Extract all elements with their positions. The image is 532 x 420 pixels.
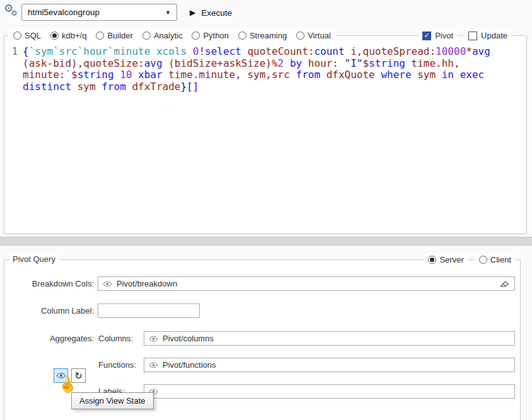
breakdown-cols-field[interactable]: Pivot/breakdown	[98, 276, 515, 291]
query-type-builder-radio[interactable]: Builder	[96, 29, 132, 42]
radio-label: kdb+/q	[62, 31, 86, 40]
gears-icon[interactable]: ⚙ ⚙	[4, 3, 21, 22]
pivot-columns-field[interactable]: Pivot/columns	[144, 331, 515, 346]
code-token: {	[23, 45, 29, 57]
query-type-python-radio[interactable]: Python	[192, 29, 228, 42]
connection-group-select[interactable]: html5evalcongroup ▼	[21, 4, 177, 21]
code-token: avg	[144, 57, 163, 69]
code-token: dfxTrade	[126, 81, 181, 93]
pivot-query-panel: Pivot Query ServerClient Breakdown Cols:…	[4, 259, 521, 420]
code-token: string	[369, 57, 405, 69]
code-token	[454, 69, 460, 81]
code-token: }[]	[180, 81, 199, 93]
column-label-input[interactable]	[98, 304, 200, 318]
radio-label: Client	[490, 255, 511, 264]
code-token: `sym`src`hour`minute	[29, 45, 151, 57]
code-token: in	[442, 69, 454, 81]
code-token: dfxQuote	[320, 69, 381, 81]
query-type-radio-group: SQLkdb+/qBuilderAnalyticPythonStreamingV…	[8, 29, 336, 42]
code-editor[interactable]: 1 {`sym`src`hour`minute xcols 0!select q…	[5, 44, 526, 233]
radio-circle-icon	[96, 31, 104, 40]
radio-label: Analytic	[154, 31, 183, 40]
checkbox-icon	[468, 31, 477, 40]
query-type-legend-row: SQLkdb+/qBuilderAnalyticPythonStreamingV…	[8, 29, 523, 42]
eye-icon	[149, 336, 158, 342]
code-token: 10	[120, 69, 132, 81]
code-token: "I"	[345, 57, 363, 69]
code-token: exec	[460, 69, 485, 81]
query-type-kdb-q-radio[interactable]: kdb+/q	[50, 29, 86, 42]
query-type-virtual-radio[interactable]: Virtual	[296, 29, 331, 42]
query-type-analytic-radio[interactable]: Analytic	[142, 29, 183, 42]
section-splitter[interactable]	[0, 237, 532, 246]
functions-label: Functions:	[98, 360, 136, 370]
code-token: 10000	[436, 45, 466, 57]
radio-label: Virtual	[308, 31, 331, 40]
checkbox-icon: ✓	[422, 31, 431, 40]
code-token: select	[205, 45, 241, 57]
radio-label: SQL	[25, 31, 41, 40]
code-token: $	[71, 69, 78, 81]
code-token: where	[381, 69, 411, 81]
code-content: {`sym`src`hour`minute xcols 0!select quo…	[23, 44, 509, 233]
line-number-gutter: 1	[5, 44, 23, 233]
code-token: distinct	[23, 81, 71, 93]
gear-small-icon: ⚙	[11, 9, 18, 17]
pivot-mode-server-radio[interactable]: Server	[424, 253, 467, 266]
eraser-icon[interactable]	[499, 280, 510, 288]
code-token: string	[78, 69, 114, 81]
code-token: sym	[412, 69, 442, 81]
pivot-labels-field[interactable]	[144, 384, 515, 399]
caret-down-icon: ▼	[165, 9, 171, 16]
checkbox-label: Update	[481, 31, 507, 40]
query-type-sql-radio[interactable]: SQL	[13, 29, 41, 42]
code-token: from	[296, 69, 321, 81]
line-number: 1	[12, 46, 18, 57]
code-token: `	[65, 69, 71, 81]
code-token	[284, 57, 290, 69]
code-token: i,quoteSpread:	[345, 45, 436, 57]
pivot-query-legend: Pivot Query	[9, 254, 59, 264]
code-token	[187, 45, 193, 57]
code-token: by	[290, 57, 302, 69]
radio-circle-icon	[479, 256, 487, 264]
radio-circle-icon	[142, 31, 151, 40]
radio-label: Server	[439, 255, 463, 264]
pivot-mode-client-radio[interactable]: Client	[475, 253, 515, 266]
pivot-functions-field[interactable]: Pivot/functions	[144, 358, 515, 372]
query-type-streaming-radio[interactable]: Streaming	[238, 29, 287, 42]
pivot-columns-value: Pivot/columns	[163, 334, 214, 343]
code-token: 2	[278, 57, 284, 69]
execute-label: Execute	[201, 8, 232, 18]
column-label-label: Column Label:	[4, 306, 94, 316]
code-token	[114, 69, 120, 81]
connection-group-value: html5evalcongroup	[28, 8, 100, 17]
pivot-mode-radio-group: ServerClient	[424, 253, 515, 266]
option-update-checkbox[interactable]: Update	[465, 29, 511, 42]
radio-circle-icon	[192, 31, 200, 40]
radio-label: Python	[203, 31, 228, 40]
code-token: 0	[193, 45, 199, 57]
breakdown-cols-value: Pivot/breakdown	[117, 279, 177, 288]
execute-button[interactable]: ▶ Execute	[190, 5, 232, 20]
code-token: $	[362, 57, 369, 69]
aggregates-label: Aggregates:	[4, 334, 94, 344]
radio-label: Streaming	[250, 31, 287, 40]
checkbox-label: Pivot	[435, 31, 453, 40]
code-token: !	[199, 45, 205, 57]
code-token: xbar	[138, 69, 163, 81]
pivot-functions-value: Pivot/functions	[163, 360, 216, 370]
code-token: sym	[71, 81, 101, 93]
query-options-group: ✓PivotUpdate	[419, 29, 511, 42]
radio-label: Builder	[107, 31, 132, 40]
code-token: count	[314, 45, 344, 57]
radio-circle-icon	[50, 31, 59, 40]
radio-circle-icon	[13, 31, 21, 40]
option-pivot-checkbox[interactable]: ✓Pivot	[419, 29, 457, 42]
code-token	[132, 69, 138, 81]
refresh-icon: ↻	[74, 370, 83, 382]
radio-circle-icon	[238, 31, 246, 40]
radio-circle-icon	[428, 256, 436, 264]
eye-icon	[149, 362, 158, 368]
code-token	[150, 45, 156, 57]
